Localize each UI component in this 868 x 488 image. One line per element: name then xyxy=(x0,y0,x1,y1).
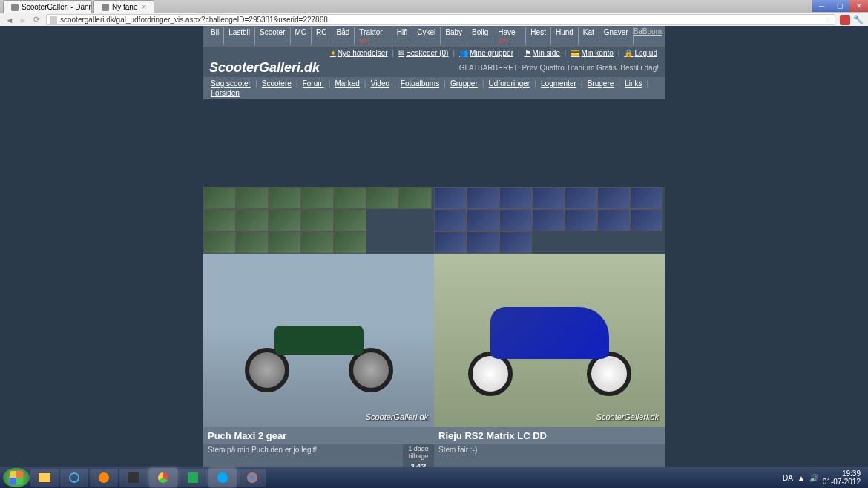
thumbnail[interactable] xyxy=(301,231,334,254)
thumbnail[interactable] xyxy=(203,209,236,231)
task-media[interactable] xyxy=(90,469,118,469)
thumbnail[interactable] xyxy=(467,231,499,254)
cat-hifi[interactable]: Hifi xyxy=(392,27,412,45)
wrench-icon[interactable]: 🔧 xyxy=(852,14,865,26)
thumbs-left xyxy=(203,187,434,254)
nav-links[interactable]: Links xyxy=(620,79,646,88)
cat-mc[interactable]: MC xyxy=(291,27,312,45)
cat-bolig[interactable]: Bolig xyxy=(467,27,493,45)
close-button[interactable]: ✕ xyxy=(849,0,868,12)
nav-marked[interactable]: Marked xyxy=(330,79,364,88)
nav-forum[interactable]: Forum xyxy=(298,79,329,88)
url-bar[interactable]: scootergalleri.dk/gal_udfordringer_vis.a… xyxy=(46,14,835,25)
thumbnail[interactable] xyxy=(203,187,236,209)
promo-text[interactable]: GLATBARBERET! Prøv Quattro Titanium Grat… xyxy=(459,64,659,72)
thumbnail[interactable] xyxy=(334,231,366,254)
thumbnail[interactable] xyxy=(334,187,366,209)
thumbnail[interactable] xyxy=(301,209,334,231)
cat-kat[interactable]: Kat xyxy=(579,27,599,45)
main-image-left[interactable]: ScooterGalleri.dk xyxy=(203,254,434,427)
thumbnail[interactable] xyxy=(597,187,630,209)
thumbnail[interactable] xyxy=(269,187,301,209)
category-nav: BilLastbilScooterMCRCBådTraktor NY!HifiC… xyxy=(203,26,665,47)
link-log-ud[interactable]: 🔒Log ud xyxy=(621,49,660,57)
cat-båd[interactable]: Båd xyxy=(332,27,355,45)
task-app2[interactable] xyxy=(179,469,207,469)
link-mine-grupper[interactable]: 👥Mine grupper xyxy=(456,49,516,57)
thumbnail[interactable] xyxy=(236,209,269,231)
nav-scootere[interactable]: Scootere xyxy=(257,79,296,88)
cat-cykel[interactable]: Cykel xyxy=(412,27,441,45)
task-explorer[interactable] xyxy=(30,469,59,469)
link-min-konto[interactable]: 💳Min konto xyxy=(568,49,616,57)
maximize-button[interactable]: ▢ xyxy=(831,0,849,12)
cat-baby[interactable]: Baby xyxy=(441,27,467,45)
extension-icon[interactable] xyxy=(840,15,850,25)
thumbnail[interactable] xyxy=(499,209,532,231)
baboom-link[interactable]: BaBoom xyxy=(634,27,662,45)
forward-button[interactable]: ► xyxy=(16,14,30,26)
cat-gnaver[interactable]: Gnaver xyxy=(599,27,634,45)
cat-bil[interactable]: Bil xyxy=(206,27,224,45)
star-icon[interactable]: ☆ xyxy=(825,16,832,24)
thumbnail[interactable] xyxy=(565,209,597,231)
nav-forsiden[interactable]: Forsiden xyxy=(206,88,244,98)
thumbnail[interactable] xyxy=(399,187,432,209)
thumbnail[interactable] xyxy=(630,209,662,231)
thumbnail[interactable] xyxy=(236,231,269,254)
thumbnail[interactable] xyxy=(499,187,532,209)
tab-label: Ny fane xyxy=(112,3,137,11)
task-skype[interactable] xyxy=(208,469,237,469)
nav-grupper[interactable]: Grupper xyxy=(446,79,482,88)
thumbnail[interactable] xyxy=(203,231,236,254)
site-logo[interactable]: ScooterGalleri.dk xyxy=(209,60,320,76)
thumbnail[interactable] xyxy=(630,187,662,209)
thumbnail[interactable] xyxy=(532,209,565,231)
thumbnail[interactable] xyxy=(499,231,532,254)
minimize-button[interactable]: ─ xyxy=(812,0,831,12)
start-button[interactable] xyxy=(3,468,30,469)
cat-hund[interactable]: Hund xyxy=(551,27,579,45)
cat-hest[interactable]: Hest xyxy=(526,27,551,45)
cat-rc[interactable]: RC xyxy=(312,27,332,45)
tab-scootergalleri[interactable]: ScooterGalleri - Danma × xyxy=(3,0,92,13)
nav-video[interactable]: Video xyxy=(366,79,394,88)
thumbnail[interactable] xyxy=(269,231,301,254)
main-image-right[interactable]: ScooterGalleri.dk xyxy=(434,254,665,427)
tab-nyfane[interactable]: Ny fane × xyxy=(93,0,154,13)
thumbnail[interactable] xyxy=(434,209,467,231)
cat-scooter[interactable]: Scooter xyxy=(255,27,290,45)
thumbnail[interactable] xyxy=(366,187,399,209)
thumbnail[interactable] xyxy=(467,187,499,209)
thumbnail[interactable] xyxy=(301,187,334,209)
star-icon: ✦ xyxy=(330,49,336,57)
cat-traktor[interactable]: Traktor NY! xyxy=(355,27,392,45)
link-nye-haendelser[interactable]: ✦Nye hændelser xyxy=(327,49,391,57)
cat-have[interactable]: Have NY! xyxy=(493,27,526,45)
link-min-side[interactable]: ⚑Min side xyxy=(522,49,563,57)
nav-udfordringer[interactable]: Udfordringer xyxy=(484,79,535,88)
task-firefox[interactable] xyxy=(238,469,266,469)
user-nav: ✦Nye hændelser | ✉Beskeder (0) | 👥Mine g… xyxy=(203,47,665,59)
thumbnail[interactable] xyxy=(334,209,366,231)
thumbnail[interactable] xyxy=(434,231,467,254)
link-beskeder[interactable]: ✉Beskeder (0) xyxy=(395,49,451,57)
thumbnail[interactable] xyxy=(597,209,630,231)
thumbnail[interactable] xyxy=(467,209,499,231)
thumbnail[interactable] xyxy=(269,209,301,231)
thumbnail[interactable] xyxy=(434,187,467,209)
thumbnail[interactable] xyxy=(565,187,597,209)
nav-logmenter[interactable]: Logmenter xyxy=(536,79,581,88)
thumbnail[interactable] xyxy=(532,187,565,209)
nav-fotoalbums[interactable]: Fotoalbums xyxy=(396,79,444,88)
nav-brugere[interactable]: Brugere xyxy=(583,79,619,88)
cat-lastbil[interactable]: Lastbil xyxy=(224,27,255,45)
task-app[interactable] xyxy=(119,469,148,469)
tab-close-icon[interactable]: × xyxy=(142,3,146,11)
thumbnail[interactable] xyxy=(236,187,269,209)
task-ie[interactable] xyxy=(60,469,88,469)
task-chrome[interactable] xyxy=(149,469,177,469)
back-button[interactable]: ◄ xyxy=(3,14,16,26)
nav-søg-scooter[interactable]: Søg scooter xyxy=(206,79,255,88)
reload-button[interactable]: ⟳ xyxy=(30,14,43,26)
